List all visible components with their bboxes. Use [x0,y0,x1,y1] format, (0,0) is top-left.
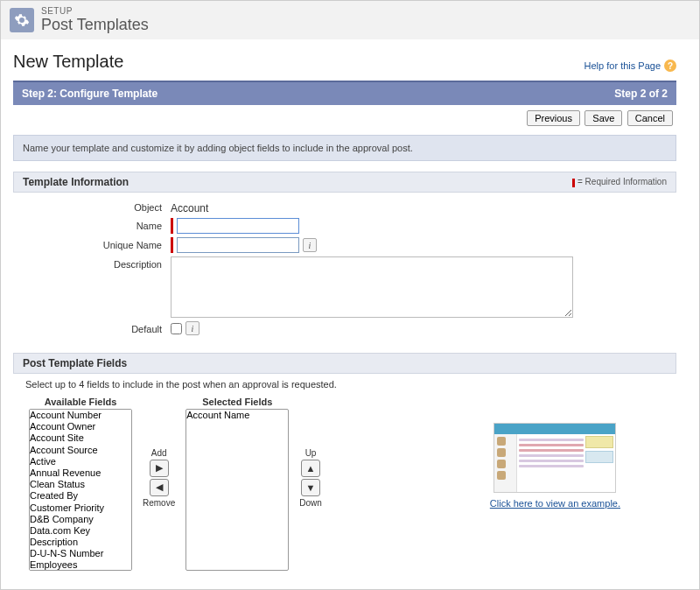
help-icon: ? [664,60,676,72]
previous-button[interactable]: Previous [527,110,580,126]
save-button[interactable]: Save [584,110,622,126]
gear-icon [10,8,34,32]
up-button[interactable]: ▲ [301,460,320,477]
name-label: Name [13,218,171,231]
list-item[interactable]: Account Owner [30,421,131,432]
up-label: Up [305,448,317,458]
example-link[interactable]: Click here to view an example. [490,498,620,509]
list-item[interactable]: Account Site [30,432,131,444]
description-label: Description [13,256,171,270]
list-item[interactable]: Account Name [186,410,288,421]
post-fields-header: Post Template Fields [13,353,676,374]
list-item[interactable]: D&B Company [30,514,131,525]
remove-button[interactable]: ◀ [150,479,169,496]
template-info-header: Template Information = Required Informat… [13,172,676,193]
unique-name-label: Unique Name [13,237,171,250]
list-item[interactable]: D-U-N-S Number [30,548,131,559]
step-count: Step 2 of 2 [614,88,668,100]
required-legend: = Required Information [572,177,667,186]
instruction-text: Name your template and customize it by a… [13,135,676,161]
name-input[interactable] [177,218,299,234]
default-checkbox[interactable] [171,323,182,334]
list-item[interactable]: Created By [30,490,131,502]
top-button-row: Previous Save Cancel [13,105,676,131]
fields-subtext: Select up to 4 fields to include in the … [13,374,676,397]
step-bar: Step 2: Configure Template Step 2 of 2 [13,81,676,105]
remove-label: Remove [143,498,175,508]
default-label: Default [13,321,171,334]
add-button[interactable]: ▶ [150,460,169,477]
down-button[interactable]: ▼ [301,479,320,496]
setup-header: SETUP Post Templates [1,1,699,39]
example-thumbnail [494,423,616,493]
header-title: Post Templates [41,16,149,34]
content-scroll[interactable]: New Template Help for this Page ? Step 2… [1,43,689,589]
down-label: Down [299,498,322,508]
dual-list-picker: Available Fields Account NumberAccount O… [13,397,676,571]
step-title: Step 2: Configure Template [22,88,158,100]
required-indicator [171,237,173,253]
selected-fields-select[interactable]: Account Name [186,409,289,571]
header-sup: SETUP [41,6,149,16]
available-fields-select[interactable]: Account NumberAccount OwnerAccount SiteA… [29,409,132,571]
page-title: New Template [13,52,123,72]
unique-name-input[interactable] [177,237,299,253]
list-item[interactable]: Description [30,537,131,548]
info-icon[interactable]: i [303,238,317,252]
list-item[interactable]: Customer Priority [30,502,131,514]
required-indicator [171,218,173,234]
available-label: Available Fields [45,397,117,407]
info-icon[interactable]: i [186,321,200,335]
list-item[interactable]: Active [30,456,131,467]
list-item[interactable]: Account Number [30,410,131,421]
list-item[interactable]: Employees [30,559,131,571]
object-label: Object [13,200,171,213]
selected-label: Selected Fields [202,397,272,407]
cancel-button[interactable]: Cancel [627,110,673,126]
list-item[interactable]: Data.com Key [30,525,131,537]
add-label: Add [151,448,167,458]
object-value: Account [171,200,208,214]
list-item[interactable]: Clean Status [30,479,131,490]
template-info-form: Object Account Name Unique Name i Descri… [13,193,676,342]
list-item[interactable]: Account Source [30,445,131,456]
description-textarea[interactable] [171,256,573,318]
list-item[interactable]: Annual Revenue [30,467,131,479]
help-link[interactable]: Help for this Page ? [584,60,676,72]
